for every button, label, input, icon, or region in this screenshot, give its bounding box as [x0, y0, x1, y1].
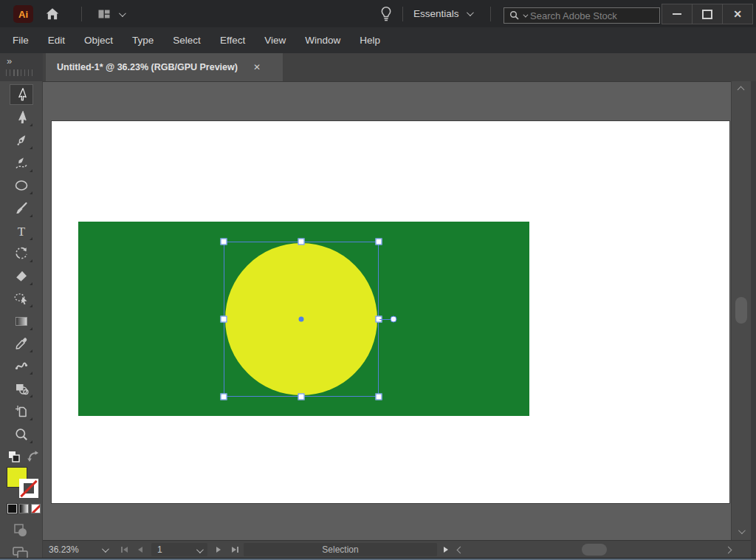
- scroll-up-icon[interactable]: [738, 86, 745, 94]
- lightbulb-glyph: [378, 5, 394, 23]
- scroll-right-icon[interactable]: [725, 547, 732, 554]
- menu-object[interactable]: Object: [75, 27, 123, 53]
- menu-view[interactable]: View: [255, 27, 295, 53]
- zoom-dropdown-button[interactable]: [94, 541, 114, 559]
- document-tab-title: Untitled-1* @ 36.23% (RGB/GPU Preview): [46, 62, 238, 72]
- artboard[interactable]: [52, 121, 729, 503]
- eyedropper-tool[interactable]: [10, 333, 33, 354]
- selection-handle-bottom-center[interactable]: [298, 394, 305, 400]
- close-button[interactable]: ✕: [723, 4, 753, 24]
- direct-selection-tool-icon: [14, 110, 29, 125]
- rotate-tool[interactable]: [10, 243, 33, 264]
- arrange-documents-chevron-icon[interactable]: [119, 10, 126, 17]
- curvature-tool[interactable]: [10, 153, 33, 174]
- expand-panel-button[interactable]: »: [7, 55, 11, 66]
- zoom-tool[interactable]: [10, 424, 33, 445]
- menu-type[interactable]: Type: [123, 27, 163, 53]
- illustrator-window: Ai Essentials: [0, 0, 756, 560]
- tab-close-icon[interactable]: ✕: [251, 60, 263, 75]
- right-panel-edge: [751, 81, 756, 560]
- selection-handle-top-right[interactable]: [376, 239, 382, 245]
- toolbar: T: [0, 81, 43, 560]
- gradient-tool[interactable]: [10, 311, 33, 332]
- default-fill-stroke-glyph: [7, 449, 21, 464]
- curvature-tool-icon: [14, 156, 29, 171]
- gradient-tool-icon: [14, 314, 29, 329]
- stock-search-field[interactable]: [504, 7, 660, 24]
- rotate-handle-line: [379, 319, 391, 320]
- menu-effect[interactable]: Effect: [210, 27, 255, 53]
- horizontal-scrollbar[interactable]: [452, 541, 738, 559]
- window-controls: ✕: [662, 4, 753, 23]
- maximize-button[interactable]: [693, 4, 723, 24]
- pen-tool[interactable]: [10, 130, 33, 151]
- selection-handle-bottom-left[interactable]: [221, 394, 227, 400]
- menu-select[interactable]: Select: [163, 27, 210, 53]
- app-icon-ai[interactable]: Ai: [13, 5, 33, 23]
- selection-center-point[interactable]: [299, 317, 304, 322]
- shape-builder-tool[interactable]: [10, 378, 33, 399]
- first-artboard-button[interactable]: [117, 541, 131, 559]
- minimize-icon: [673, 13, 681, 15]
- selection-handle-top-left[interactable]: [221, 239, 227, 245]
- stroke-color-swatch[interactable]: [19, 479, 38, 498]
- arrange-documents-glyph: [97, 7, 111, 21]
- selection-handle-top-center[interactable]: [298, 239, 305, 245]
- status-menu-arrow-icon[interactable]: [440, 541, 452, 559]
- horizontal-scroll-thumb[interactable]: [582, 544, 607, 556]
- svg-text:T: T: [18, 225, 26, 239]
- menu-help[interactable]: Help: [350, 27, 390, 53]
- previous-artboard-button[interactable]: [133, 541, 148, 559]
- selection-tool[interactable]: [10, 84, 33, 105]
- gradient-button[interactable]: [19, 504, 29, 513]
- arrange-documents-icon[interactable]: [92, 5, 117, 23]
- document-tab[interactable]: Untitled-1* @ 36.23% (RGB/GPU Preview) ✕: [46, 53, 283, 81]
- menu-file[interactable]: File: [3, 27, 38, 53]
- selection-handle-bottom-right[interactable]: [376, 394, 382, 400]
- default-fill-stroke-icon[interactable]: [7, 449, 21, 464]
- close-icon: ✕: [733, 9, 742, 19]
- paintbrush-tool[interactable]: [10, 198, 33, 219]
- artboard-tool[interactable]: [10, 401, 33, 422]
- selection-handle-middle-left[interactable]: [221, 316, 227, 323]
- search-input[interactable]: [529, 10, 642, 22]
- home-icon[interactable]: [43, 5, 62, 23]
- width-tool[interactable]: [10, 355, 33, 376]
- canvas-area[interactable]: [43, 81, 731, 540]
- lasso-tool[interactable]: [10, 288, 33, 309]
- type-tool[interactable]: T: [10, 221, 33, 242]
- rotate-handle[interactable]: [391, 316, 397, 323]
- none-button[interactable]: [31, 504, 41, 513]
- zoom-level[interactable]: 36.23%: [49, 541, 79, 559]
- swap-fill-stroke-icon[interactable]: [26, 449, 41, 464]
- workspace-switcher[interactable]: Essentials: [413, 0, 472, 27]
- eyedropper-tool-icon: [14, 336, 29, 351]
- status-display[interactable]: Selection: [244, 543, 437, 556]
- color-button[interactable]: [7, 504, 17, 513]
- vertical-scrollbar[interactable]: [731, 81, 751, 540]
- scroll-down-icon[interactable]: [738, 527, 746, 534]
- next-artboard-button[interactable]: [211, 541, 226, 559]
- panel-grip[interactable]: [6, 69, 35, 76]
- artboard-number: 1: [157, 544, 162, 555]
- scroll-left-icon[interactable]: [457, 547, 464, 554]
- last-artboard-button[interactable]: [227, 541, 242, 559]
- direct-selection-tool[interactable]: [10, 107, 33, 128]
- vertical-scroll-thumb[interactable]: [735, 297, 747, 324]
- lightbulb-icon[interactable]: [377, 5, 396, 23]
- titlebar-divider: [490, 7, 491, 21]
- maximize-icon: [702, 10, 712, 19]
- minimize-button[interactable]: [662, 4, 693, 24]
- eraser-tool[interactable]: [10, 266, 33, 287]
- ellipse-tool[interactable]: [10, 175, 33, 196]
- draw-mode-button[interactable]: [12, 522, 30, 539]
- menu-window[interactable]: Window: [295, 27, 350, 53]
- titlebar: Ai Essentials: [0, 0, 756, 27]
- app-icon-label: Ai: [18, 9, 28, 20]
- tab-bar: » Untitled-1* @ 36.23% (RGB/GPU Preview)…: [0, 53, 756, 81]
- menu-edit[interactable]: Edit: [38, 27, 75, 53]
- artboard-navigation-field[interactable]: 1: [151, 543, 207, 556]
- artboard-dropdown-icon[interactable]: [196, 546, 204, 553]
- toolbar-panel-header: »: [0, 53, 43, 81]
- none-slash-icon: [31, 504, 41, 513]
